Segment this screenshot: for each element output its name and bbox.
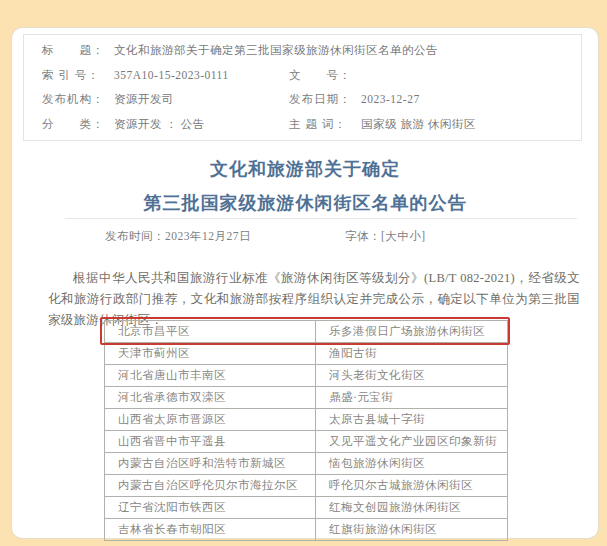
meta-label-agency: 发布机构：: [42, 92, 114, 107]
region-cell: 山西省太原市晋源区: [105, 409, 316, 431]
region-cell: 山西省晋中市平遥县: [105, 431, 316, 453]
region-cell: 北京市昌平区: [105, 321, 316, 343]
region-cell: 内蒙古自治区呼和浩特市新城区: [105, 453, 316, 475]
publish-time-label: 发布时间：: [105, 230, 165, 242]
table-row: 内蒙古自治区呼和浩特市新城区恼包旅游休闲街区: [105, 453, 508, 475]
street-cell: 太原古县城十字街: [316, 409, 508, 431]
meta-value-keywords: 国家级 旅游 休闲街区: [361, 117, 476, 132]
region-cell: 吉林省长春市朝阳区: [105, 519, 316, 541]
page-title: 文化和旅游部关于确定 第三批国家级旅游休闲街区名单的公告: [12, 152, 598, 220]
font-size-options[interactable]: [大中小]: [381, 230, 426, 242]
table-row: 山西省晋中市平遥县又见平遥文化产业园区印象新街: [105, 431, 508, 453]
table-row: 北京市昌平区乐多港假日广场旅游休闲街区: [105, 321, 508, 343]
region-cell: 河北省承德市双滦区: [105, 387, 316, 409]
region-cell: 河北省唐山市丰南区: [105, 365, 316, 387]
meta-value-title: 文化和旅游部关于确定第三批国家级旅游休闲街区名单的公告: [114, 43, 438, 58]
meta-cell-index-number: 索 引 号： 357A10-15-2023-0111: [24, 68, 289, 83]
table-row: 天津市蓟州区渔阳古街: [105, 343, 508, 365]
meta-row-index: 索 引 号： 357A10-15-2023-0111 文 号：: [24, 63, 581, 88]
title-divider: [65, 218, 577, 219]
street-cell: 红梅文创园旅游休闲街区: [316, 497, 508, 519]
region-cell: 辽宁省沈阳市铁西区: [105, 497, 316, 519]
meta-value-publish-date: 2023-12-27: [361, 93, 420, 105]
document-paper: 标 题： 文化和旅游部关于确定第三批国家级旅游休闲街区名单的公告 索 引 号： …: [12, 28, 598, 538]
region-cell: 内蒙古自治区呼伦贝尔市海拉尔区: [105, 475, 316, 497]
publish-bar: 发布时间：2023年12月27日 字体：[大中小]: [12, 229, 598, 247]
publish-time-value: 2023年12月27日: [165, 230, 251, 242]
meta-cell-agency: 发布机构： 资源开发司: [24, 92, 289, 107]
meta-row-agency: 发布机构： 资源开发司 发布日期： 2023-12-27: [24, 88, 581, 113]
meta-label-publish-date: 发布日期：: [289, 92, 361, 107]
street-cell: 鼎盛·元宝街: [316, 387, 508, 409]
table-row: 河北省唐山市丰南区河头老街文化街区: [105, 365, 508, 387]
region-cell: 天津市蓟州区: [105, 343, 316, 365]
street-cell: 河头老街文化街区: [316, 365, 508, 387]
font-size-selector[interactable]: 字体：[大中小]: [345, 229, 426, 244]
meta-label-title: 标 题：: [42, 43, 114, 58]
table-row: 吉林省长春市朝阳区红旗街旅游休闲街区: [105, 519, 508, 541]
page-title-line2: 第三批国家级旅游休闲街区名单的公告: [12, 186, 598, 220]
meta-value-index-number: 357A10-15-2023-0111: [114, 69, 229, 81]
streets-table-wrap: 北京市昌平区乐多港假日广场旅游休闲街区天津市蓟州区渔阳古街河北省唐山市丰南区河头…: [104, 320, 508, 541]
font-size-label: 字体：: [345, 230, 381, 242]
meta-cell-category: 分 类： 资源开发 ： 公告: [24, 117, 289, 132]
meta-cell-publish-date: 发布日期： 2023-12-27: [289, 92, 581, 107]
street-cell: 又见平遥文化产业园区印象新街: [316, 431, 508, 453]
meta-row-title: 标 题： 文化和旅游部关于确定第三批国家级旅游休闲街区名单的公告: [24, 38, 581, 63]
meta-cell-title: 标 题： 文化和旅游部关于确定第三批国家级旅游休闲街区名单的公告: [24, 43, 581, 58]
meta-label-doc-number: 文 号：: [289, 68, 361, 83]
publish-time: 发布时间：2023年12月27日: [105, 229, 251, 244]
street-cell: 呼伦贝尔古城旅游休闲街区: [316, 475, 508, 497]
screenshot-canvas: { "page": { "background_color": "#fbe2b0…: [0, 0, 607, 546]
meta-row-category: 分 类： 资源开发 ： 公告 主 题 词： 国家级 旅游 休闲街区: [24, 112, 581, 137]
meta-label-index-number: 索 引 号：: [42, 68, 114, 83]
streets-table: 北京市昌平区乐多港假日广场旅游休闲街区天津市蓟州区渔阳古街河北省唐山市丰南区河头…: [104, 320, 508, 541]
table-row: 山西省太原市晋源区太原古县城十字街: [105, 409, 508, 431]
meta-label-category: 分 类：: [42, 117, 114, 132]
street-cell: 恼包旅游休闲街区: [316, 453, 508, 475]
table-row: 辽宁省沈阳市铁西区红梅文创园旅游休闲街区: [105, 497, 508, 519]
meta-value-agency: 资源开发司: [114, 92, 174, 107]
street-cell: 乐多港假日广场旅游休闲街区: [316, 321, 508, 343]
meta-label-keywords: 主 题 词：: [289, 117, 361, 132]
meta-value-category: 资源开发 ： 公告: [114, 117, 205, 132]
table-row: 内蒙古自治区呼伦贝尔市海拉尔区呼伦贝尔古城旅游休闲街区: [105, 475, 508, 497]
street-cell: 红旗街旅游休闲街区: [316, 519, 508, 541]
page-title-line1: 文化和旅游部关于确定: [12, 152, 598, 186]
meta-cell-keywords: 主 题 词： 国家级 旅游 休闲街区: [289, 117, 581, 132]
table-row: 河北省承德市双滦区鼎盛·元宝街: [105, 387, 508, 409]
meta-cell-doc-number: 文 号：: [289, 68, 581, 83]
metadata-panel: 标 题： 文化和旅游部关于确定第三批国家级旅游休闲街区名单的公告 索 引 号： …: [23, 34, 582, 141]
street-cell: 渔阳古街: [316, 343, 508, 365]
